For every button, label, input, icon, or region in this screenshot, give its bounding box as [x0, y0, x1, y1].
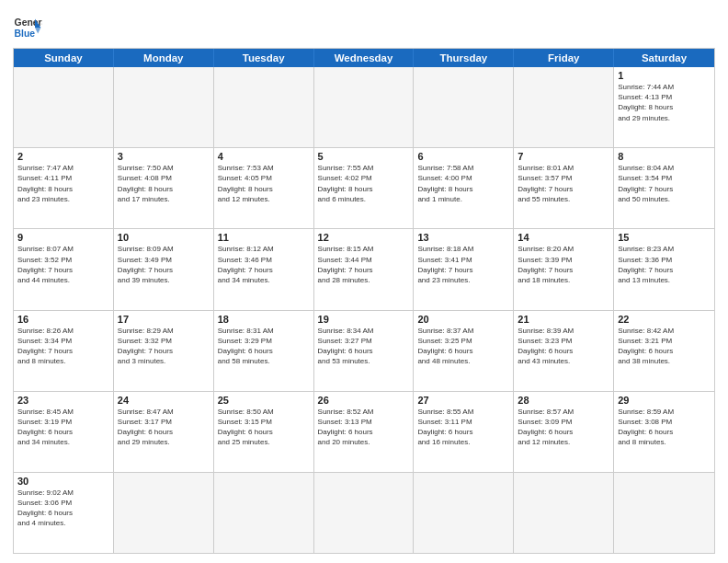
- calendar-cell: [14, 67, 114, 147]
- day-number: 21: [518, 314, 609, 325]
- cell-info: Sunrise: 9:02 AM Sunset: 3:06 PM Dayligh…: [17, 488, 109, 529]
- calendar-cell: [514, 473, 614, 553]
- calendar-cell: [614, 473, 714, 553]
- day-number: 20: [417, 314, 509, 325]
- cell-info: Sunrise: 8:42 AM Sunset: 3:21 PM Dayligh…: [618, 326, 711, 367]
- day-number: 11: [218, 232, 310, 243]
- calendar-cell: 12Sunrise: 8:15 AM Sunset: 3:44 PM Dayli…: [314, 229, 415, 309]
- cell-info: Sunrise: 8:12 AM Sunset: 3:46 PM Dayligh…: [218, 244, 310, 285]
- day-number: 23: [17, 395, 109, 406]
- calendar-cell: 11Sunrise: 8:12 AM Sunset: 3:46 PM Dayli…: [214, 229, 314, 309]
- logo: General Blue: [13, 13, 42, 42]
- day-number: 1: [618, 70, 711, 81]
- day-number: 13: [417, 232, 509, 243]
- header: General Blue: [13, 9, 715, 42]
- calendar-cell: 5Sunrise: 7:55 AM Sunset: 4:02 PM Daylig…: [314, 148, 415, 228]
- calendar-row-0: 1Sunrise: 7:44 AM Sunset: 4:13 PM Daylig…: [14, 67, 714, 148]
- calendar-cell: 10Sunrise: 8:09 AM Sunset: 3:49 PM Dayli…: [114, 229, 214, 309]
- calendar-cell: 24Sunrise: 8:47 AM Sunset: 3:17 PM Dayli…: [114, 392, 214, 472]
- cell-info: Sunrise: 8:34 AM Sunset: 3:27 PM Dayligh…: [318, 326, 410, 367]
- day-number: 16: [17, 314, 109, 325]
- calendar-cell: 18Sunrise: 8:31 AM Sunset: 3:29 PM Dayli…: [214, 311, 314, 391]
- calendar-cell: [114, 67, 214, 147]
- calendar-cell: 9Sunrise: 8:07 AM Sunset: 3:52 PM Daylig…: [14, 229, 114, 309]
- day-number: 28: [518, 395, 609, 406]
- day-number: 29: [618, 395, 711, 406]
- calendar-cell: 25Sunrise: 8:50 AM Sunset: 3:15 PM Dayli…: [214, 392, 314, 472]
- cell-info: Sunrise: 7:44 AM Sunset: 4:13 PM Dayligh…: [618, 82, 711, 123]
- calendar-cell: 29Sunrise: 8:59 AM Sunset: 3:08 PM Dayli…: [614, 392, 714, 472]
- day-number: 4: [218, 151, 310, 162]
- calendar-cell: 17Sunrise: 8:29 AM Sunset: 3:32 PM Dayli…: [114, 311, 214, 391]
- calendar-cell: 27Sunrise: 8:55 AM Sunset: 3:11 PM Dayli…: [414, 392, 514, 472]
- calendar-cell: 28Sunrise: 8:57 AM Sunset: 3:09 PM Dayli…: [514, 392, 614, 472]
- calendar-cell: [414, 473, 514, 553]
- calendar-cell: 16Sunrise: 8:26 AM Sunset: 3:34 PM Dayli…: [14, 311, 114, 391]
- calendar-row-2: 9Sunrise: 8:07 AM Sunset: 3:52 PM Daylig…: [14, 229, 714, 310]
- cell-info: Sunrise: 8:09 AM Sunset: 3:49 PM Dayligh…: [118, 244, 210, 285]
- page: General Blue SundayMondayTuesdayWednesda…: [0, 0, 728, 563]
- header-day-monday: Monday: [114, 49, 214, 67]
- calendar-body: 1Sunrise: 7:44 AM Sunset: 4:13 PM Daylig…: [14, 67, 714, 553]
- day-number: 14: [518, 232, 609, 243]
- cell-info: Sunrise: 8:23 AM Sunset: 3:36 PM Dayligh…: [618, 244, 711, 285]
- cell-info: Sunrise: 8:57 AM Sunset: 3:09 PM Dayligh…: [518, 407, 609, 448]
- calendar-cell: 14Sunrise: 8:20 AM Sunset: 3:39 PM Dayli…: [514, 229, 614, 309]
- calendar-cell: [214, 473, 314, 553]
- day-number: 8: [618, 151, 711, 162]
- cell-info: Sunrise: 8:55 AM Sunset: 3:11 PM Dayligh…: [417, 407, 509, 448]
- cell-info: Sunrise: 7:58 AM Sunset: 4:00 PM Dayligh…: [417, 163, 509, 204]
- calendar-row-1: 2Sunrise: 7:47 AM Sunset: 4:11 PM Daylig…: [14, 148, 714, 229]
- calendar-cell: 19Sunrise: 8:34 AM Sunset: 3:27 PM Dayli…: [314, 311, 415, 391]
- calendar-cell: 7Sunrise: 8:01 AM Sunset: 3:57 PM Daylig…: [514, 148, 614, 228]
- day-number: 18: [218, 314, 310, 325]
- calendar-cell: 1Sunrise: 7:44 AM Sunset: 4:13 PM Daylig…: [614, 67, 714, 147]
- calendar-cell: 26Sunrise: 8:52 AM Sunset: 3:13 PM Dayli…: [314, 392, 415, 472]
- day-number: 19: [318, 314, 410, 325]
- calendar-cell: [514, 67, 614, 147]
- calendar-row-3: 16Sunrise: 8:26 AM Sunset: 3:34 PM Dayli…: [14, 311, 714, 392]
- cell-info: Sunrise: 8:52 AM Sunset: 3:13 PM Dayligh…: [318, 407, 410, 448]
- calendar-header: SundayMondayTuesdayWednesdayThursdayFrid…: [14, 49, 714, 67]
- cell-info: Sunrise: 8:15 AM Sunset: 3:44 PM Dayligh…: [318, 244, 410, 285]
- calendar-cell: 4Sunrise: 7:53 AM Sunset: 4:05 PM Daylig…: [214, 148, 314, 228]
- calendar-cell: 23Sunrise: 8:45 AM Sunset: 3:19 PM Dayli…: [14, 392, 114, 472]
- header-day-friday: Friday: [514, 49, 614, 67]
- cell-info: Sunrise: 8:39 AM Sunset: 3:23 PM Dayligh…: [518, 326, 609, 367]
- day-number: 6: [417, 151, 509, 162]
- day-number: 12: [318, 232, 410, 243]
- cell-info: Sunrise: 7:55 AM Sunset: 4:02 PM Dayligh…: [318, 163, 410, 204]
- calendar-cell: 22Sunrise: 8:42 AM Sunset: 3:21 PM Dayli…: [614, 311, 714, 391]
- day-number: 17: [118, 314, 210, 325]
- cell-info: Sunrise: 8:26 AM Sunset: 3:34 PM Dayligh…: [17, 326, 109, 367]
- day-number: 2: [17, 151, 109, 162]
- calendar-cell: [214, 67, 314, 147]
- cell-info: Sunrise: 8:45 AM Sunset: 3:19 PM Dayligh…: [17, 407, 109, 448]
- svg-text:Blue: Blue: [15, 29, 36, 39]
- calendar-cell: 3Sunrise: 7:50 AM Sunset: 4:08 PM Daylig…: [114, 148, 214, 228]
- cell-info: Sunrise: 8:47 AM Sunset: 3:17 PM Dayligh…: [118, 407, 210, 448]
- day-number: 5: [318, 151, 410, 162]
- cell-info: Sunrise: 8:59 AM Sunset: 3:08 PM Dayligh…: [618, 407, 711, 448]
- cell-info: Sunrise: 8:07 AM Sunset: 3:52 PM Dayligh…: [17, 244, 109, 285]
- calendar-cell: 21Sunrise: 8:39 AM Sunset: 3:23 PM Dayli…: [514, 311, 614, 391]
- calendar-cell: 30Sunrise: 9:02 AM Sunset: 3:06 PM Dayli…: [14, 473, 114, 553]
- day-number: 10: [118, 232, 210, 243]
- calendar-cell: 8Sunrise: 8:04 AM Sunset: 3:54 PM Daylig…: [614, 148, 714, 228]
- calendar-row-4: 23Sunrise: 8:45 AM Sunset: 3:19 PM Dayli…: [14, 392, 714, 473]
- header-day-thursday: Thursday: [414, 49, 514, 67]
- calendar-cell: 6Sunrise: 7:58 AM Sunset: 4:00 PM Daylig…: [414, 148, 514, 228]
- day-number: 3: [118, 151, 210, 162]
- day-number: 7: [518, 151, 609, 162]
- cell-info: Sunrise: 8:20 AM Sunset: 3:39 PM Dayligh…: [518, 244, 609, 285]
- cell-info: Sunrise: 8:18 AM Sunset: 3:41 PM Dayligh…: [417, 244, 509, 285]
- day-number: 30: [17, 476, 109, 487]
- header-day-saturday: Saturday: [614, 49, 714, 67]
- cell-info: Sunrise: 7:47 AM Sunset: 4:11 PM Dayligh…: [17, 163, 109, 204]
- cell-info: Sunrise: 8:37 AM Sunset: 3:25 PM Dayligh…: [417, 326, 509, 367]
- day-number: 9: [17, 232, 109, 243]
- calendar-cell: [114, 473, 214, 553]
- cell-info: Sunrise: 8:04 AM Sunset: 3:54 PM Dayligh…: [618, 163, 711, 204]
- day-number: 25: [218, 395, 310, 406]
- header-day-wednesday: Wednesday: [314, 49, 415, 67]
